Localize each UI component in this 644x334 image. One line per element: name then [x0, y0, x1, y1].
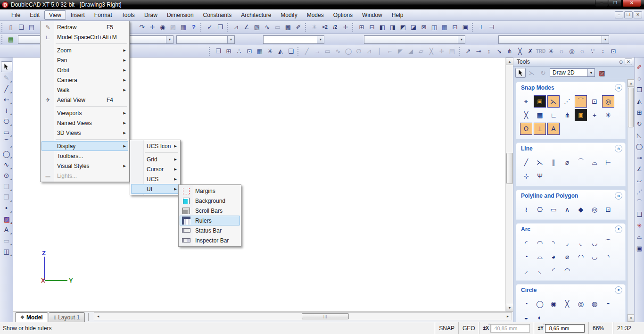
radial-copy-icon[interactable]: ✳ [265, 46, 275, 56]
circle-tool[interactable]: ◯ [1, 148, 12, 159]
line-midpoint[interactable]: ⊹ [520, 170, 532, 182]
lineweight-combo[interactable]: ▼ [364, 35, 465, 44]
modify-extend-icon[interactable]: → [312, 46, 322, 56]
pin-icon[interactable]: ⊙ [617, 58, 625, 65]
circumscribed-polygon[interactable]: ◎ [588, 203, 601, 216]
arc-radius-chord[interactable]: ◕ [547, 250, 560, 263]
snap-arc-center[interactable]: ⌒ [575, 95, 587, 108]
circle-edit-tool[interactable]: ◯ [635, 141, 644, 152]
circle-tangent-line[interactable]: ◐ [534, 311, 546, 322]
snap-magnetic-toggle[interactable]: ▣ [575, 109, 587, 121]
view-left-icon[interactable]: ◧ [377, 22, 388, 32]
view-nw-iso-icon[interactable]: ⊡ [450, 22, 460, 32]
menu-item[interactable]: Model Space Ctrl+Alt+M [41, 32, 128, 42]
snap-points-icon[interactable]: ∵ [587, 46, 598, 56]
toolbar-grip[interactable] [459, 47, 461, 56]
panel-orbit-tool[interactable]: ↻ [538, 68, 548, 78]
menubar-item[interactable]: Constraints [198, 10, 237, 20]
snap-quadrant[interactable]: Ω [520, 123, 532, 135]
minimize-button[interactable]: – [595, 0, 608, 7]
snap-cross-icon[interactable]: ╳ [515, 46, 525, 56]
tab-layout1[interactable]: ▯ Layout 1 [49, 312, 85, 322]
menu-item[interactable]: Visual Styles [41, 161, 128, 171]
menu-item[interactable]: Named Views [41, 118, 128, 128]
collapse-chevron-icon[interactable]: « [615, 145, 622, 152]
menu-item[interactable]: Pan [41, 55, 128, 65]
geo-toggle[interactable]: GEO [458, 322, 479, 334]
viewport-tool[interactable]: ◫ [1, 246, 12, 257]
spline-tool[interactable]: ∿ [1, 159, 12, 170]
polyline-tool[interactable]: ≀ [1, 105, 12, 116]
arc-fillet[interactable]: ◜ [547, 264, 560, 276]
snap-fork-icon[interactable]: ⋔ [504, 46, 515, 56]
snap-dotted-circle-icon[interactable]: ◌ [577, 46, 587, 56]
save-icon[interactable]: ▤ [26, 22, 37, 32]
text-tool[interactable]: A [1, 224, 12, 235]
circle-tangent-entities[interactable]: ╳ [561, 298, 573, 310]
snap-radial-tool-icon[interactable]: ✳ [546, 46, 556, 56]
chamfer-tool[interactable]: ⌓ [635, 231, 644, 242]
menu-item[interactable]: Camera [41, 75, 128, 85]
menubar-item[interactable]: Edit [25, 10, 44, 20]
combo-arrow-icon[interactable]: ▼ [227, 36, 234, 43]
paste-icon[interactable]: ❏ [286, 46, 296, 56]
circle-tangent-point[interactable]: ◎ [575, 298, 587, 310]
snap-vertical-icon[interactable]: ↕ [484, 46, 494, 56]
duplicate-tool[interactable]: ❏ [635, 209, 644, 220]
panel-close-icon[interactable]: ✕ [625, 58, 632, 65]
angle-icon[interactable]: ∠ [241, 22, 252, 32]
arc-tangent-point[interactable]: ◝ [602, 250, 614, 263]
stretch-tool[interactable]: ▱ [635, 175, 644, 186]
panel-select-tool[interactable] [515, 68, 526, 78]
snap-nearest-on-line[interactable]: ⋰ [561, 95, 573, 108]
construction-line-tool[interactable]: ⇠ [1, 94, 12, 105]
arc-tangent-entities[interactable]: ◟ [534, 264, 546, 276]
snap-3d[interactable]: ⊡ [588, 95, 601, 108]
panel-node-edit-tool[interactable]: ⋋ [527, 68, 537, 78]
arc-start-included[interactable]: ◡ [588, 237, 601, 249]
copy-icon[interactable]: ❐ [213, 46, 223, 56]
snap-box-icon[interactable]: ⊡ [608, 46, 619, 56]
array-polar-icon[interactable]: ∴ [234, 46, 244, 56]
modify-corner-icon[interactable]: ⌐ [385, 46, 395, 56]
profile-icon[interactable]: ⊣ [487, 22, 497, 32]
ellipse-tool[interactable]: ⊙ [1, 170, 12, 181]
linetype-combo[interactable]: ▼ [263, 35, 324, 44]
menubar-item[interactable]: Window [357, 10, 387, 20]
polygon-tool[interactable]: ⎔ [1, 116, 12, 126]
grid-origin-icon[interactable]: ✛ [340, 22, 351, 32]
canvas-vertical-scrollbar[interactable]: ▲ ▼ [505, 58, 513, 311]
modify-skew-icon[interactable]: ▱ [416, 46, 426, 56]
mdi-restore-button[interactable]: ❐ [624, 11, 633, 18]
menubar-item[interactable]: File [7, 10, 25, 20]
view-back-icon[interactable]: ◪ [408, 22, 419, 32]
combo-arrow-icon[interactable]: ▼ [317, 36, 324, 43]
double-rectangle[interactable]: ⊡ [602, 203, 614, 216]
arc-tangent[interactable]: ◝ [547, 237, 560, 249]
grid-half-icon[interactable]: /2 [330, 22, 340, 32]
select-tool[interactable] [1, 61, 12, 72]
dimension-tool[interactable]: ▭ [1, 235, 12, 246]
view-sw-iso-icon[interactable]: ⊠ [419, 22, 429, 32]
canvas-horizontal-scrollbar[interactable]: ◄ ||| ► [94, 312, 512, 320]
arc-tangent-line[interactable]: ◞ [520, 264, 532, 276]
menubar-item[interactable]: Dimension [162, 10, 198, 20]
format-check-icon[interactable]: ❐ [215, 22, 225, 32]
menu-item[interactable]: UCS [131, 174, 179, 184]
line-branch[interactable]: Ψ [534, 170, 546, 182]
menu-item[interactable]: Rulers [180, 216, 240, 225]
rectangle-tool[interactable]: ▭ [1, 126, 12, 137]
help-icon[interactable]: ? [189, 22, 199, 32]
modify-fillet-icon[interactable]: ◤ [395, 46, 405, 56]
menu-item[interactable]: Orbit [41, 65, 128, 75]
snap-vertex[interactable]: ⋋ [547, 95, 560, 108]
zoom-icon[interactable]: ◉ [157, 22, 168, 32]
mirror-tool[interactable]: ◭ [635, 95, 644, 107]
menu-item[interactable]: 3D Views [41, 128, 128, 138]
path-icon[interactable]: ∿ [262, 22, 272, 32]
snap-remove-icon[interactable]: ✗ [525, 46, 536, 56]
y-coordinate-field[interactable]: -8,65 mm [545, 324, 585, 333]
line-multiline[interactable]: ⋋ [534, 156, 546, 168]
array-path-icon[interactable]: ⊡ [244, 46, 255, 56]
tabs-splitter[interactable] [88, 313, 92, 321]
